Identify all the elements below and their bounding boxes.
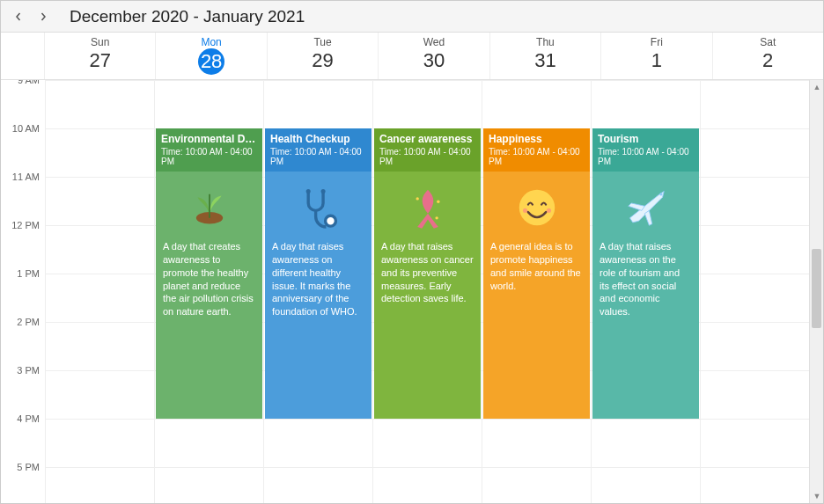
event-description: A general idea is to promote happiness a… (489, 240, 585, 292)
svg-point-9 (546, 208, 550, 213)
day-header[interactable]: Fri1 (601, 33, 712, 79)
event-title: Health Checkup (270, 133, 366, 145)
chevron-left-icon (14, 12, 23, 21)
day-column[interactable]: HappinessTime: 10:00 AM - 04:00 PMA gene… (482, 80, 591, 503)
event-description: A day that raises awareness on cancer an… (379, 240, 475, 305)
svg-point-6 (435, 216, 438, 219)
day-column[interactable] (700, 80, 809, 503)
day-number: 31 (490, 48, 600, 73)
day-header[interactable]: Tue29 (268, 33, 379, 79)
day-name-label: Sat (713, 36, 823, 48)
event-time: Time: 10:00 AM - 04:00 PM (489, 147, 585, 166)
time-label: 3 PM (17, 365, 40, 376)
calendar-grid[interactable]: 9 AM10 AM11 AM12 PM1 PM2 PM3 PM4 PM5 PM … (1, 80, 809, 503)
scroll-thumb[interactable] (812, 249, 821, 328)
svg-point-10 (659, 193, 662, 195)
time-label: 10 AM (12, 123, 40, 134)
day-number: 27 (45, 48, 155, 73)
svg-point-1 (325, 215, 335, 226)
day-number: 29 (268, 48, 378, 73)
time-gutter-header (1, 33, 45, 79)
day-name-label: Mon (156, 36, 266, 48)
chevron-right-icon (39, 12, 48, 21)
scrollbar[interactable]: ▲ ▼ (809, 80, 823, 503)
scroll-up-button[interactable]: ▲ (810, 80, 824, 94)
time-label: 1 PM (17, 268, 40, 279)
time-label: 2 PM (17, 317, 40, 327)
plant-icon (186, 184, 233, 231)
day-column[interactable]: TourismTime: 10:00 AM - 04:00 PMA day th… (591, 80, 700, 503)
ribbon-icon (404, 184, 452, 231)
event-description: A day that raises awareness on different… (270, 240, 366, 318)
calendar-event[interactable]: Environmental Discus…Time: 10:00 AM - 04… (156, 128, 262, 419)
event-time: Time: 10:00 AM - 04:00 PM (379, 147, 475, 166)
event-title: Tourism (598, 133, 694, 145)
event-title: Happiness (489, 133, 585, 145)
toolbar: December 2020 - January 2021 (1, 1, 823, 33)
svg-point-5 (437, 201, 439, 203)
day-column[interactable]: Health CheckupTime: 10:00 AM - 04:00 PMA… (263, 80, 372, 503)
day-number: 1 (601, 48, 711, 73)
event-description: A day that creates awareness to promote … (161, 240, 257, 318)
day-name-label: Wed (379, 36, 489, 48)
svg-point-3 (320, 189, 325, 194)
event-time: Time: 10:00 AM - 04:00 PM (270, 147, 366, 166)
next-button[interactable] (33, 6, 54, 27)
time-label: 11 AM (12, 172, 40, 182)
day-name-label: Fri (601, 36, 711, 48)
svg-point-4 (416, 197, 418, 200)
smile-icon (513, 184, 561, 231)
time-label: 5 PM (17, 462, 40, 472)
day-header-row: Sun27Mon28Tue29Wed30Thu31Fri1Sat2 (1, 33, 823, 80)
event-description: A day that raises awareness on the role … (598, 240, 694, 318)
plane-icon (622, 184, 670, 231)
svg-point-2 (305, 189, 310, 194)
day-column[interactable]: Environmental Discus…Time: 10:00 AM - 04… (154, 80, 263, 503)
day-name-label: Sun (45, 36, 155, 48)
calendar-event[interactable]: Cancer awarenessTime: 10:00 AM - 04:00 P… (374, 128, 481, 419)
day-header[interactable]: Wed30 (379, 33, 489, 79)
prev-button[interactable] (8, 6, 29, 27)
day-columns: Environmental Discus…Time: 10:00 AM - 04… (45, 80, 809, 503)
date-range-title: December 2020 - January 2021 (70, 7, 305, 26)
calendar-event[interactable]: Health CheckupTime: 10:00 AM - 04:00 PMA… (265, 128, 372, 419)
day-column[interactable] (45, 80, 154, 503)
day-number: 30 (379, 48, 489, 73)
day-name-label: Tue (268, 36, 378, 48)
day-header[interactable]: Sun27 (45, 33, 156, 79)
time-label: 12 PM (11, 220, 40, 230)
event-title: Cancer awareness (379, 133, 475, 145)
svg-point-8 (522, 208, 526, 213)
scroll-down-button[interactable]: ▼ (810, 489, 824, 503)
time-label: 4 PM (17, 413, 40, 424)
day-header[interactable]: Mon28 (156, 33, 267, 79)
day-number: 28 (198, 48, 224, 75)
calendar-event[interactable]: HappinessTime: 10:00 AM - 04:00 PMA gene… (483, 128, 590, 419)
day-name-label: Thu (490, 36, 600, 48)
day-number: 2 (713, 48, 823, 73)
calendar-event[interactable]: TourismTime: 10:00 AM - 04:00 PMA day th… (592, 128, 699, 419)
day-column[interactable]: Cancer awarenessTime: 10:00 AM - 04:00 P… (372, 80, 482, 503)
time-label: 9 AM (18, 80, 40, 85)
event-time: Time: 10:00 AM - 04:00 PM (598, 147, 694, 166)
day-header[interactable]: Sat2 (713, 33, 823, 79)
event-time: Time: 10:00 AM - 04:00 PM (161, 147, 257, 166)
time-gutter: 9 AM10 AM11 AM12 PM1 PM2 PM3 PM4 PM5 PM (1, 80, 45, 503)
day-header[interactable]: Thu31 (490, 33, 601, 79)
event-title: Environmental Discus… (161, 133, 257, 145)
stethoscope-icon (295, 184, 342, 231)
svg-point-7 (519, 190, 555, 226)
